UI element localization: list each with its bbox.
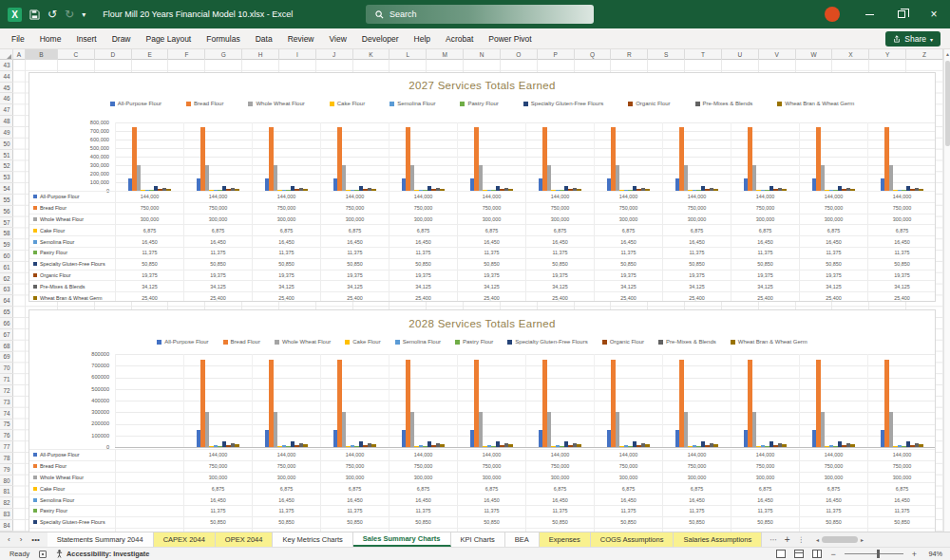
legend-item-semolina-flour[interactable]: Semolina Flour	[390, 101, 435, 106]
sheet-tab-opex-2044[interactable]: OPEX 2044	[216, 532, 274, 547]
undo-icon[interactable]: ↺	[48, 8, 57, 21]
select-all-corner[interactable]	[0, 49, 13, 60]
row-header-53[interactable]: 53	[0, 172, 13, 183]
row-header-67[interactable]: 67	[0, 329, 13, 341]
legend-item-wheat-bran-wheat-germ[interactable]: Wheat Bran & Wheat Germ	[777, 101, 854, 106]
legend-item-bread-flour[interactable]: Bread Flour	[186, 101, 223, 106]
zoom-slider-thumb[interactable]	[877, 550, 880, 558]
column-header-d[interactable]: D	[95, 49, 132, 60]
horizontal-scrollbar[interactable]: ◂ ▸	[816, 536, 864, 543]
legend-item-pre-mixes-blends[interactable]: Pre-Mixes & Blends	[695, 101, 753, 106]
ribbon-tab-review[interactable]: Review	[280, 28, 322, 49]
legend-item-bread-flour[interactable]: Bread Flour	[223, 339, 260, 345]
legend-item-whole-wheat-flour[interactable]: Whole Wheat Flour	[275, 339, 331, 345]
next-sheet-icon[interactable]: ›	[16, 535, 27, 544]
row-header-61[interactable]: 61	[0, 262, 13, 273]
row-header-83[interactable]: 83	[0, 509, 13, 520]
account-avatar[interactable]	[825, 7, 840, 22]
sheet-tab-expenses[interactable]: Expenses	[540, 532, 591, 547]
save-icon[interactable]	[29, 9, 40, 20]
all-sheets-icon[interactable]: ⋯	[770, 535, 777, 544]
sheet-tab-bea[interactable]: BEA	[505, 532, 540, 547]
row-header-73[interactable]: 73	[0, 397, 13, 408]
column-header-o[interactable]: O	[501, 49, 538, 60]
row-header-50[interactable]: 50	[0, 139, 13, 150]
ribbon-tab-draw[interactable]: Draw	[104, 28, 139, 49]
legend-item-all-purpose-flour[interactable]: All-Purpose Flour	[157, 339, 208, 345]
row-header-60[interactable]: 60	[0, 251, 13, 262]
row-header-55[interactable]: 55	[0, 195, 13, 206]
worksheet-grid[interactable]: 4344454647484950515253545556575859606162…	[0, 60, 950, 532]
row-header-48[interactable]: 48	[0, 116, 13, 127]
page-break-view-button[interactable]	[812, 550, 822, 558]
zoom-slider[interactable]	[845, 553, 903, 554]
sheet-tab-key-metrics-charts[interactable]: Key Metrics Charts	[273, 532, 352, 547]
sheet-tab-statements-summary-2044[interactable]: Statements Summary 2044	[48, 532, 154, 547]
column-header-u[interactable]: U	[722, 49, 759, 60]
sheet-tab-kpi-charts[interactable]: KPI Charts	[451, 532, 505, 547]
ribbon-tab-help[interactable]: Help	[407, 28, 438, 49]
column-header-c[interactable]: C	[58, 49, 95, 60]
row-header-78[interactable]: 78	[0, 453, 13, 464]
macro-record-icon[interactable]	[39, 551, 47, 558]
row-header-52[interactable]: 52	[0, 160, 13, 172]
search-box[interactable]: Search	[366, 5, 594, 24]
column-header-y[interactable]: Y	[869, 49, 906, 60]
column-header-f[interactable]: F	[168, 49, 205, 60]
ribbon-tab-developer[interactable]: Developer	[354, 28, 407, 49]
row-header-44[interactable]: 44	[0, 71, 13, 83]
row-header-63[interactable]: 63	[0, 285, 13, 296]
column-header-e[interactable]: E	[132, 49, 169, 60]
splitter-icon[interactable]: ⋮	[798, 535, 806, 544]
accessibility-status[interactable]: Accessibility: Investigate	[56, 550, 149, 558]
legend-item-all-purpose-flour[interactable]: All-Purpose Flour	[110, 101, 162, 106]
new-sheet-button[interactable]: +	[785, 534, 790, 545]
share-button[interactable]: Share▾	[885, 31, 940, 47]
legend-item-pastry-flour[interactable]: Pastry Flour	[460, 101, 498, 106]
column-header-b[interactable]: B	[26, 49, 58, 60]
horizontal-scroll-thumb[interactable]	[822, 536, 858, 543]
zoom-level[interactable]: 94%	[925, 550, 942, 558]
column-header-x[interactable]: X	[832, 49, 869, 60]
legend-item-organic-flour[interactable]: Organic Flour	[602, 339, 644, 345]
scroll-left-icon[interactable]: ◂	[816, 536, 819, 543]
page-layout-view-button[interactable]	[794, 550, 804, 558]
row-header-64[interactable]: 64	[0, 295, 13, 307]
row-header-57[interactable]: 57	[0, 217, 13, 229]
ribbon-tab-formulas[interactable]: Formulas	[199, 28, 247, 49]
row-header-59[interactable]: 59	[0, 239, 13, 251]
ribbon-tab-view[interactable]: View	[322, 28, 354, 49]
close-button[interactable]: ×	[918, 0, 950, 28]
column-header-i[interactable]: I	[279, 49, 316, 60]
ribbon-tab-file[interactable]: File	[4, 28, 32, 49]
column-header-m[interactable]: M	[427, 49, 464, 60]
column-header-t[interactable]: T	[685, 49, 722, 60]
row-header-51[interactable]: 51	[0, 150, 13, 161]
row-header-65[interactable]: 65	[0, 307, 13, 318]
chart-2028-services-totals[interactable]: 2028 Services Totals EarnedAll-Purpose F…	[28, 309, 936, 532]
ribbon-tab-page-layout[interactable]: Page Layout	[139, 28, 200, 49]
more-sheets-icon[interactable]: •••	[28, 535, 43, 544]
legend-item-specialty-gluten-free-flours[interactable]: Specialty Gluten-Free Flours	[523, 101, 603, 106]
row-header-71[interactable]: 71	[0, 374, 13, 385]
row-header-77[interactable]: 77	[0, 441, 13, 453]
row-header-45[interactable]: 45	[0, 83, 13, 94]
row-header-72[interactable]: 72	[0, 385, 13, 397]
row-header-75[interactable]: 75	[0, 420, 13, 431]
row-header-54[interactable]: 54	[0, 183, 13, 195]
column-header-a[interactable]: A	[13, 49, 26, 60]
column-header-l[interactable]: L	[390, 49, 427, 60]
row-headers[interactable]: 4344454647484950515253545556575859606162…	[0, 60, 13, 532]
row-header-56[interactable]: 56	[0, 206, 13, 217]
legend-item-whole-wheat-flour[interactable]: Whole Wheat Flour	[248, 101, 304, 106]
row-header-76[interactable]: 76	[0, 430, 13, 441]
column-header-j[interactable]: J	[316, 49, 353, 60]
ribbon-tab-acrobat[interactable]: Acrobat	[438, 28, 481, 49]
row-header-74[interactable]: 74	[0, 408, 13, 420]
column-header-z[interactable]: Z	[906, 49, 943, 60]
legend-item-cake-flour[interactable]: Cake Flour	[345, 339, 380, 345]
vertical-scroll-thumb[interactable]	[945, 61, 950, 146]
row-header-79[interactable]: 79	[0, 464, 13, 476]
row-header-46[interactable]: 46	[0, 93, 13, 104]
row-header-68[interactable]: 68	[0, 341, 13, 352]
